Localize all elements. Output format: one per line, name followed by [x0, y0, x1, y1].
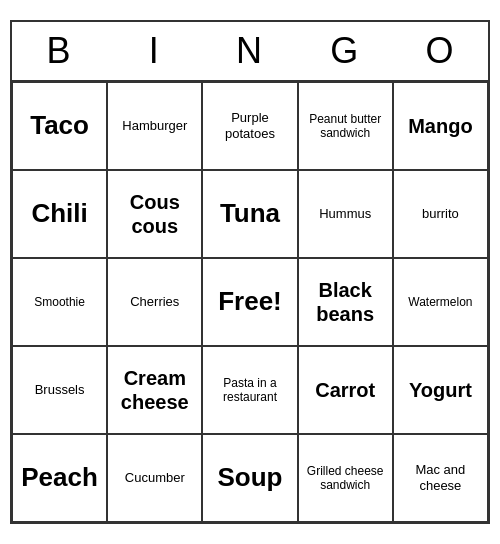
bingo-cell-0: Taco	[12, 82, 107, 170]
cell-text-22: Soup	[217, 462, 282, 493]
bingo-cell-23: Grilled cheese sandwich	[298, 434, 393, 522]
cell-text-21: Cucumber	[125, 470, 185, 486]
cell-text-14: Watermelon	[408, 295, 472, 309]
cell-text-10: Smoothie	[34, 295, 85, 309]
cell-text-24: Mac and cheese	[398, 462, 483, 493]
bingo-header: BINGO	[12, 22, 488, 82]
bingo-cell-14: Watermelon	[393, 258, 488, 346]
cell-text-13: Black beans	[303, 278, 388, 326]
cell-text-7: Tuna	[220, 198, 280, 229]
cell-text-8: Hummus	[319, 206, 371, 222]
bingo-cell-4: Mango	[393, 82, 488, 170]
bingo-cell-17: Pasta in a restaurant	[202, 346, 297, 434]
cell-text-2: Purple potatoes	[207, 110, 292, 141]
bingo-cell-8: Hummus	[298, 170, 393, 258]
bingo-cell-24: Mac and cheese	[393, 434, 488, 522]
cell-text-3: Peanut butter sandwich	[303, 112, 388, 141]
header-letter-N: N	[202, 22, 297, 80]
bingo-cell-19: Yogurt	[393, 346, 488, 434]
bingo-grid: TacoHamburgerPurple potatoesPeanut butte…	[12, 82, 488, 522]
cell-text-11: Cherries	[130, 294, 179, 310]
bingo-cell-12: Free!	[202, 258, 297, 346]
cell-text-1: Hamburger	[122, 118, 187, 134]
bingo-cell-1: Hamburger	[107, 82, 202, 170]
cell-text-17: Pasta in a restaurant	[207, 376, 292, 405]
cell-text-23: Grilled cheese sandwich	[303, 464, 388, 493]
header-letter-B: B	[12, 22, 107, 80]
bingo-cell-20: Peach	[12, 434, 107, 522]
bingo-cell-18: Carrot	[298, 346, 393, 434]
bingo-cell-10: Smoothie	[12, 258, 107, 346]
bingo-cell-11: Cherries	[107, 258, 202, 346]
bingo-cell-16: Cream cheese	[107, 346, 202, 434]
bingo-cell-5: Chili	[12, 170, 107, 258]
cell-text-9: burrito	[422, 206, 459, 222]
cell-text-5: Chili	[31, 198, 87, 229]
cell-text-0: Taco	[30, 110, 89, 141]
bingo-cell-21: Cucumber	[107, 434, 202, 522]
header-letter-G: G	[298, 22, 393, 80]
bingo-cell-2: Purple potatoes	[202, 82, 297, 170]
cell-text-15: Brussels	[35, 382, 85, 398]
cell-text-6: Cous cous	[112, 190, 197, 238]
bingo-cell-3: Peanut butter sandwich	[298, 82, 393, 170]
bingo-cell-15: Brussels	[12, 346, 107, 434]
cell-text-12: Free!	[218, 286, 282, 317]
header-letter-I: I	[107, 22, 202, 80]
bingo-cell-13: Black beans	[298, 258, 393, 346]
bingo-cell-7: Tuna	[202, 170, 297, 258]
cell-text-20: Peach	[21, 462, 98, 493]
cell-text-19: Yogurt	[409, 378, 472, 402]
bingo-card: BINGO TacoHamburgerPurple potatoesPeanut…	[10, 20, 490, 524]
cell-text-16: Cream cheese	[112, 366, 197, 414]
bingo-cell-22: Soup	[202, 434, 297, 522]
cell-text-4: Mango	[408, 114, 472, 138]
header-letter-O: O	[393, 22, 488, 80]
cell-text-18: Carrot	[315, 378, 375, 402]
bingo-cell-9: burrito	[393, 170, 488, 258]
bingo-cell-6: Cous cous	[107, 170, 202, 258]
